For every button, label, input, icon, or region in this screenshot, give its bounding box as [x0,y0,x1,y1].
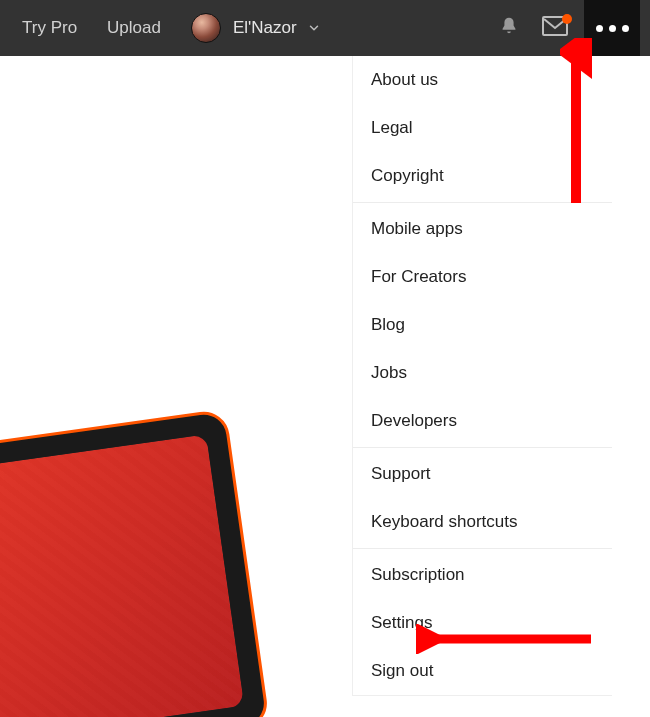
bell-icon [498,15,520,41]
ellipsis-icon [596,25,629,32]
username-label: El'Nazor [233,18,297,38]
more-dropdown-menu: About usLegalCopyrightMobile appsFor Cre… [352,56,612,696]
menu-item-mobile-apps[interactable]: Mobile apps [353,205,612,253]
user-menu[interactable]: El'Nazor [191,13,321,43]
menu-item-keyboard-shortcuts[interactable]: Keyboard shortcuts [353,498,612,546]
menu-item-for-creators[interactable]: For Creators [353,253,612,301]
try-pro-link[interactable]: Try Pro [22,18,77,38]
menu-divider [353,548,612,549]
notifications-button[interactable] [486,0,532,56]
menu-divider [353,202,612,203]
menu-item-subscription[interactable]: Subscription [353,551,612,599]
menu-item-legal[interactable]: Legal [353,104,612,152]
upload-link[interactable]: Upload [107,18,161,38]
more-menu-button[interactable] [584,0,640,56]
menu-divider [353,447,612,448]
notification-dot-icon [562,14,572,24]
chevron-down-icon [307,21,321,35]
promo-graphic [0,436,250,717]
menu-item-sign-out[interactable]: Sign out [353,647,612,695]
menu-item-blog[interactable]: Blog [353,301,612,349]
messages-button[interactable] [532,0,578,56]
menu-item-settings[interactable]: Settings [353,599,612,647]
avatar [191,13,221,43]
menu-item-copyright[interactable]: Copyright [353,152,612,200]
menu-item-support[interactable]: Support [353,450,612,498]
menu-item-about-us[interactable]: About us [353,56,612,104]
menu-item-jobs[interactable]: Jobs [353,349,612,397]
right-gutter [614,112,650,717]
menu-item-developers[interactable]: Developers [353,397,612,445]
topbar: Try Pro Upload El'Nazor [0,0,650,56]
